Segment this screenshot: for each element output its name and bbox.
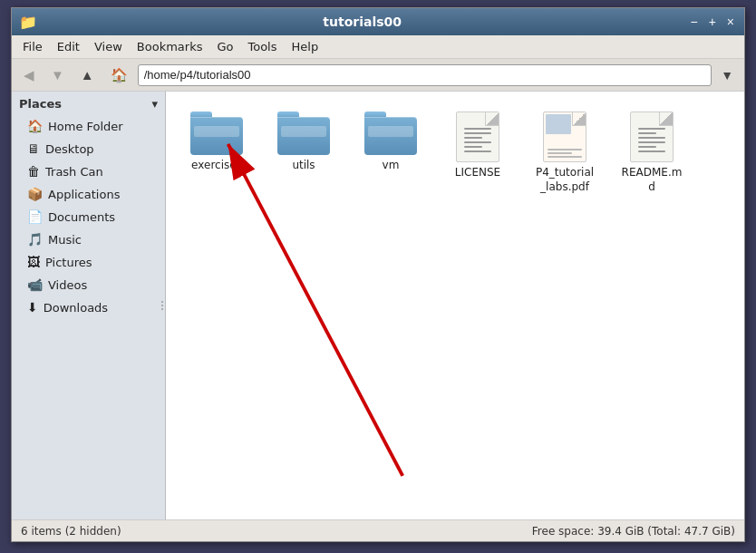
sidebar-header: Places ▾ (12, 92, 165, 114)
pdf-icon (543, 112, 586, 162)
up-button[interactable]: ▲ (74, 63, 101, 86)
sidebar-item-label: Videos (48, 278, 87, 292)
file-label: utils (292, 159, 315, 173)
back-button[interactable]: ◀ (17, 63, 41, 87)
address-input[interactable] (138, 64, 712, 86)
sidebar-title: Places (19, 97, 62, 111)
folder-icon (277, 112, 330, 155)
forward-button[interactable]: ▼ (44, 63, 71, 86)
close-button[interactable]: × (724, 15, 737, 29)
menu-go[interactable]: Go (209, 38, 240, 55)
file-item-utils[interactable]: utils (267, 106, 340, 199)
sidebar-item-label: Applications (48, 188, 120, 201)
sidebar-item-home-folder[interactable]: 🏠 Home Folder (15, 115, 162, 137)
apps-icon: 📦 (27, 187, 43, 201)
sidebar-item-applications[interactable]: 📦 Applications (15, 183, 162, 205)
menu-bookmarks[interactable]: Bookmarks (130, 38, 210, 55)
window-title: tutorials00 (37, 15, 687, 29)
file-grid: exercises utils (180, 106, 730, 199)
menu-help[interactable]: Help (285, 38, 326, 55)
sidebar: Places ▾ 🏠 Home Folder 🖥 Desktop 🗑 Trash… (12, 92, 166, 519)
sidebar-item-label: Home Folder (48, 120, 123, 133)
folder-icon (190, 112, 243, 155)
sidebar-item-videos[interactable]: 📹 Videos (15, 274, 162, 296)
sidebar-item-desktop[interactable]: 🖥 Desktop (15, 138, 162, 160)
music-icon: 🎵 (27, 232, 43, 247)
menu-view[interactable]: View (87, 38, 130, 55)
sidebar-toggle[interactable]: ▾ (151, 97, 158, 111)
window-controls: − + × (687, 15, 744, 29)
file-item-exercises[interactable]: exercises (180, 106, 253, 199)
file-label: P4_tutorial_labs.pdf (534, 166, 596, 194)
desktop-icon: 🖥 (27, 141, 40, 156)
sidebar-resizer[interactable] (160, 292, 165, 319)
file-area: exercises utils (166, 92, 744, 519)
file-label: LICENSE (455, 166, 500, 180)
file-label: exercises (191, 159, 242, 173)
menu-tools[interactable]: Tools (240, 38, 284, 55)
sidebar-item-documents[interactable]: 📄 Documents (15, 206, 162, 228)
file-item-license[interactable]: LICENSE (441, 106, 514, 199)
window-icon: 📁 (12, 14, 37, 31)
reload-button[interactable]: ▼ (715, 65, 739, 85)
videos-icon: 📹 (27, 277, 43, 292)
file-item-p4-tutorial[interactable]: P4_tutorial_labs.pdf (528, 106, 601, 199)
file-manager-window: 📁 tutorials00 − + × File Edit View Bookm… (11, 7, 745, 542)
toolbar: ◀ ▼ ▲ 🏠 ▼ (12, 59, 744, 92)
trash-icon: 🗑 (27, 164, 40, 179)
maximize-button[interactable]: + (706, 15, 719, 29)
sidebar-item-label: Desktop (45, 142, 94, 156)
menu-edit[interactable]: Edit (50, 38, 87, 55)
sidebar-item-label: Pictures (45, 256, 92, 269)
main-content: Places ▾ 🏠 Home Folder 🖥 Desktop 🗑 Trash… (12, 92, 744, 519)
file-label: vm (383, 159, 400, 173)
file-item-readme[interactable]: README.md (615, 106, 688, 199)
free-space: Free space: 39.4 GiB (Total: 47.7 GiB) (532, 525, 735, 538)
sidebar-item-label: Music (48, 233, 82, 247)
sidebar-item-label: Downloads (44, 301, 108, 315)
doc-icon (630, 112, 674, 162)
file-label: README.md (621, 166, 683, 194)
sidebar-item-downloads[interactable]: ⬇ Downloads (15, 296, 162, 318)
pictures-icon: 🖼 (27, 255, 40, 269)
address-bar (138, 64, 712, 86)
menu-file[interactable]: File (15, 38, 50, 55)
home-button[interactable]: 🏠 (104, 63, 134, 87)
doc-icon (456, 112, 499, 162)
home-icon: 🏠 (27, 119, 43, 133)
statusbar: 6 items (2 hidden) Free space: 39.4 GiB … (12, 519, 744, 541)
downloads-icon: ⬇ (27, 300, 38, 315)
minimize-button[interactable]: − (687, 15, 700, 29)
sidebar-item-trash-can[interactable]: 🗑 Trash Can (15, 160, 162, 182)
file-item-vm[interactable]: vm (354, 106, 427, 199)
titlebar: 📁 tutorials00 − + × (12, 8, 744, 35)
sidebar-item-label: Trash Can (45, 165, 103, 179)
sidebar-item-label: Documents (48, 210, 115, 224)
sidebar-item-pictures[interactable]: 🖼 Pictures (15, 251, 162, 273)
menubar: File Edit View Bookmarks Go Tools Help (12, 35, 744, 59)
items-count: 6 items (2 hidden) (21, 525, 121, 538)
sidebar-item-music[interactable]: 🎵 Music (15, 228, 162, 250)
folder-icon (364, 112, 417, 155)
documents-icon: 📄 (27, 209, 43, 224)
